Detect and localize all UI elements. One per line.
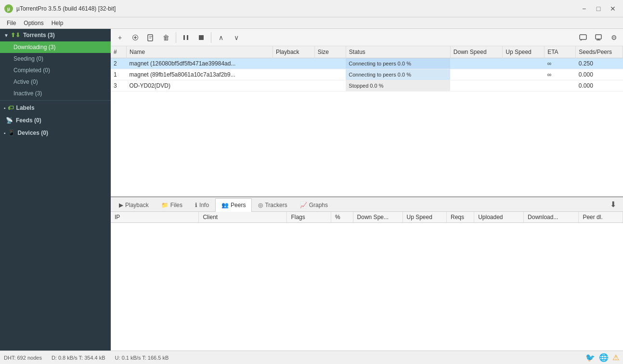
remove-button[interactable]: 🗑 [159, 31, 173, 44]
torrent-table-container[interactable]: # Name Playback Size Status Down Speed U… [111, 46, 623, 196]
col-playback[interactable]: Playback [273, 46, 314, 58]
peers-table-container[interactable]: IP Client Flags % Down Spe... Up Speed R… [111, 212, 623, 351]
minimize-button[interactable]: − [578, 2, 590, 15]
status-up-speed: U: 0.1 kB/s T: 166.5 kB [115, 355, 169, 361]
sidebar-labels-label: Labels [16, 104, 35, 111]
remote-button[interactable] [591, 31, 606, 44]
svg-rect-4 [580, 35, 586, 39]
twitter-icon[interactable]: 🐦 [585, 353, 595, 362]
create-torrent-button[interactable] [143, 31, 158, 44]
sidebar-active-label: Active (0) [13, 78, 38, 85]
add-url-button[interactable] [128, 31, 143, 44]
col-status[interactable]: Status [346, 46, 450, 58]
tab-peers[interactable]: 👥 Peers [215, 198, 252, 212]
tab-graphs-label: Graphs [309, 202, 328, 208]
pause-button[interactable] [179, 31, 193, 44]
sidebar-devices-header[interactable]: ▪ 📱 Devices (0) [0, 127, 111, 139]
bottom-panel: ▶ Playback 📁 Files ℹ Info 👥 Peers ◎ [111, 196, 623, 351]
status-dht: DHT: 692 nodes [4, 355, 42, 361]
table-row[interactable]: 2magnet (126080bf5df5fb471ae39984ad...Co… [111, 58, 623, 69]
menu-bar: File Options Help [0, 17, 623, 29]
peers-table: IP Client Flags % Down Spe... Up Speed R… [111, 212, 623, 223]
expand-icon: ▼ [4, 33, 9, 38]
svg-rect-3 [199, 35, 204, 40]
col-size[interactable]: Size [314, 46, 346, 58]
sidebar-item-active[interactable]: Active (0) [0, 76, 111, 88]
sidebar-item-completed[interactable]: Completed (0) [0, 65, 111, 76]
toolbar-sep-2 [211, 32, 211, 43]
app-title: µTorrentPro 3.5.5 (build 46148) [32-bit] [16, 5, 578, 12]
title-bar: µ µTorrentPro 3.5.5 (build 46148) [32-bi… [0, 0, 623, 17]
col-seeds-peers[interactable]: Seeds/Peers [576, 46, 623, 58]
sidebar-item-downloading[interactable]: Downloading (3) [0, 41, 111, 53]
devices-icon: 📱 [8, 130, 15, 136]
col-peer-dl[interactable]: Peer dl. [579, 212, 623, 223]
tab-trackers[interactable]: ◎ Trackers [252, 198, 293, 212]
sidebar-inactive-label: Inactive (3) [13, 90, 42, 97]
col-down-speed[interactable]: Down Speed [450, 46, 503, 58]
menu-options[interactable]: Options [20, 19, 47, 27]
priority-up-button[interactable]: ∧ [214, 31, 228, 44]
menu-help[interactable]: Help [48, 19, 67, 27]
menu-file[interactable]: File [3, 19, 20, 27]
torrents-icon: ⬆⬇ [11, 32, 20, 39]
warning-icon[interactable]: ⚠ [612, 353, 619, 362]
col-num[interactable]: # [111, 46, 127, 58]
table-row[interactable]: 3OD-YD02(DVD)Stopped 0.0 %0.000 [111, 80, 623, 91]
tab-graphs[interactable]: 📈 Graphs [294, 198, 334, 212]
sidebar-item-seeding[interactable]: Seeding (0) [0, 53, 111, 65]
app-icon: µ [4, 4, 13, 13]
sidebar-feeds-label: Feeds (0) [16, 117, 41, 124]
col-uploaded[interactable]: Uploaded [474, 212, 524, 223]
add-torrent-button[interactable]: + [113, 31, 127, 44]
status-bar-right: 🐦 🌐 ⚠ [585, 353, 619, 362]
col-up-speed-peers[interactable]: Up Speed [402, 212, 446, 223]
table-row[interactable]: 1magnet (89fb1ef5a8061a10c7a13af2b9...Co… [111, 69, 623, 80]
col-up-speed[interactable]: Up Speed [503, 46, 545, 58]
col-reqs[interactable]: Reqs [446, 212, 474, 223]
col-down-speed-peers[interactable]: Down Spe... [353, 212, 402, 223]
graphs-icon: 📈 [300, 202, 307, 208]
table-header-row: # Name Playback Size Status Down Speed U… [111, 46, 623, 58]
col-client[interactable]: Client [199, 212, 287, 223]
close-button[interactable]: ✕ [607, 2, 619, 15]
sidebar-downloading-label: Downloading (3) [13, 44, 55, 51]
sidebar-torrents-header[interactable]: ▼ ⬆⬇ Torrents (3) [0, 29, 111, 41]
sidebar-seeding-label: Seeding (0) [13, 55, 43, 62]
col-ip[interactable]: IP [111, 212, 199, 223]
sidebar: ▼ ⬆⬇ Torrents (3) Downloading (3) Seedin… [0, 29, 111, 351]
sidebar-feeds-header[interactable]: 📡 Feeds (0) [0, 114, 111, 127]
col-name[interactable]: Name [127, 46, 273, 58]
feeds-icon: 📡 [6, 117, 13, 124]
tab-bar: ▶ Playback 📁 Files ℹ Info 👥 Peers ◎ [111, 197, 623, 212]
tab-trackers-label: Trackers [265, 202, 287, 208]
sidebar-completed-label: Completed (0) [13, 67, 50, 74]
toolbar-sep-1 [176, 32, 176, 43]
status-down-speed: D: 0.8 kB/s T: 354.4 kB [52, 355, 105, 361]
sidebar-item-inactive[interactable]: Inactive (3) [0, 88, 111, 99]
col-eta[interactable]: ETA [545, 46, 576, 58]
priority-down-button[interactable]: ∨ [229, 31, 244, 44]
expand-panel-button[interactable]: ⬇ [607, 199, 619, 210]
tab-info-label: Info [199, 202, 209, 208]
tab-files[interactable]: 📁 Files [155, 198, 189, 212]
labels-icon: 🏷 [8, 104, 13, 111]
tab-playback[interactable]: ▶ Playback [113, 198, 155, 212]
col-percent[interactable]: % [331, 212, 353, 223]
tab-info[interactable]: ℹ Info [189, 198, 215, 212]
stop-button[interactable] [194, 31, 208, 44]
tab-peers-label: Peers [231, 202, 246, 208]
sidebar-torrents-label: Torrents (3) [23, 32, 55, 39]
sidebar-divider-1 [0, 100, 111, 101]
chat-button[interactable] [576, 31, 590, 44]
sidebar-labels-header[interactable]: ▪ 🏷 Labels [0, 102, 111, 114]
col-downloaded[interactable]: Download... [524, 212, 579, 223]
settings-button[interactable]: ⚙ [607, 31, 621, 44]
web-icon[interactable]: 🌐 [599, 353, 609, 362]
col-flags[interactable]: Flags [287, 212, 331, 223]
playback-icon: ▶ [119, 202, 123, 208]
expand-devices-icon: ▪ [4, 130, 6, 136]
maximize-button[interactable]: □ [592, 2, 605, 15]
window-controls: − □ ✕ [578, 2, 619, 15]
main-layout: ▼ ⬆⬇ Torrents (3) Downloading (3) Seedin… [0, 29, 623, 351]
